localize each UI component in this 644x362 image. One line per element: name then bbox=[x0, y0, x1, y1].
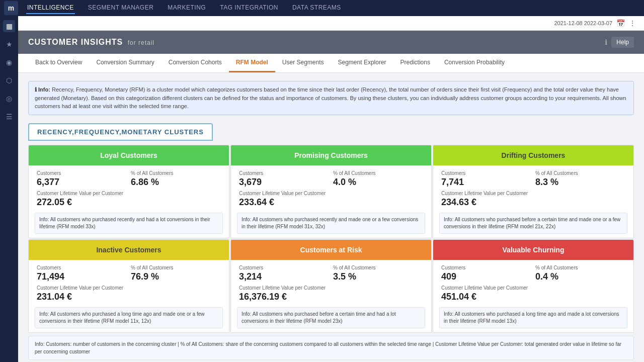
drifting-info: Info: All customers who purchased before… bbox=[439, 213, 627, 234]
top-navigation: m INTELLIGENCE SEGMENT MANAGER MARKETING… bbox=[0, 0, 644, 16]
cluster-section: RECENCY,FREQUENCY,MONETARY CLUSTERS bbox=[28, 123, 634, 141]
loyal-header[interactable]: Loyal Customers bbox=[29, 145, 229, 165]
nav-tag-integration[interactable]: TAG INTEGRATION bbox=[219, 2, 279, 14]
drifting-pct-value: 8.3 % bbox=[535, 177, 625, 188]
main-layout: ▦ ★ ◉ ⬡ ◎ ☰ 2021-12-08 2022-03-07 📅 ⋮ CU… bbox=[0, 16, 644, 362]
churning-pct-stat: % of All Customers 0.4 % bbox=[535, 265, 625, 282]
inactive-header[interactable]: Inactive Customers bbox=[29, 240, 229, 260]
at-risk-customers-value: 3,214 bbox=[239, 272, 329, 282]
promising-ltv: Customer Lifetime Value per Customer 233… bbox=[231, 188, 431, 210]
loyal-ltv-label: Customer Lifetime Value per Customer bbox=[37, 191, 221, 196]
loyal-info: Info: All customers who purchased recent… bbox=[35, 213, 223, 234]
left-sidebar: ▦ ★ ◉ ⬡ ◎ ☰ bbox=[0, 16, 18, 362]
at-risk-pct-stat: % of All Customers 3.5 % bbox=[333, 265, 423, 282]
tab-rfm-model[interactable]: RFM Model bbox=[229, 54, 275, 72]
promising-info: Info: All customers who purchased recent… bbox=[237, 213, 425, 234]
churning-ltv-value: 451.04 € bbox=[441, 292, 625, 302]
analyses-section: RECENCY,FREQUENCY,MONETARY ANALYSES bbox=[28, 360, 634, 363]
footer-info-text: Info: Customers: number of customers in … bbox=[35, 341, 621, 354]
drifting-pct-stat: % of All Customers 8.3 % bbox=[535, 170, 625, 188]
at-risk-customers-stat: Customers 3,214 bbox=[239, 265, 329, 282]
loyal-ltv-value: 272.05 € bbox=[37, 197, 221, 208]
inactive-pct-value: 76.9 % bbox=[131, 272, 221, 282]
tab-predictions[interactable]: Predictions bbox=[393, 54, 437, 72]
tab-back-overview[interactable]: Back to Overview bbox=[28, 54, 89, 72]
top-cards-row: Loyal Customers Customers 6,377 % of All… bbox=[28, 145, 634, 238]
content-area: ℹ Info: Recency, Frequency, Monetary (RF… bbox=[18, 73, 644, 362]
tab-user-segments[interactable]: User Segments bbox=[275, 54, 331, 72]
info-text: Recency, Frequency, Monetary (RFM) is a … bbox=[35, 86, 626, 109]
loyal-customers-stat: Customers 6,377 bbox=[37, 170, 127, 188]
loyal-customers-label: Customers bbox=[37, 170, 127, 176]
churning-header[interactable]: Valuable Churning bbox=[433, 240, 633, 260]
bottom-cards-row: Inactive Customers Customers 71,494 % of… bbox=[28, 239, 634, 333]
drifting-customers-card: Drifting Customers Customers 7,741 % of … bbox=[433, 145, 634, 238]
at-risk-ltv-value: 16,376.19 € bbox=[239, 292, 423, 302]
more-options-icon[interactable]: ⋮ bbox=[629, 19, 636, 27]
page-subtitle: for retail bbox=[125, 38, 154, 46]
nav-data-streams[interactable]: DATA STREAMS bbox=[291, 2, 342, 14]
nav-intelligence[interactable]: INTELLIGENCE bbox=[26, 2, 75, 14]
churning-pct-value: 0.4 % bbox=[535, 272, 625, 282]
drifting-header[interactable]: Drifting Customers bbox=[433, 145, 633, 165]
tab-conversion-probability[interactable]: Conversion Probability bbox=[437, 54, 512, 72]
promising-customers-stat: Customers 3,679 bbox=[239, 170, 329, 188]
cluster-title: RECENCY,FREQUENCY,MONETARY CLUSTERS bbox=[28, 123, 213, 141]
inactive-pct-stat: % of All Customers 76.9 % bbox=[131, 265, 221, 282]
loyal-customers-value: 6,377 bbox=[37, 177, 127, 188]
churning-customers-value: 409 bbox=[441, 272, 531, 282]
at-risk-header[interactable]: Customers at Risk bbox=[231, 240, 431, 260]
inactive-ltv-value: 231.04 € bbox=[37, 292, 221, 302]
drifting-stats: Customers 7,741 % of All Customers 8.3 % bbox=[433, 165, 633, 188]
promising-pct-value: 4.0 % bbox=[333, 177, 423, 188]
help-button[interactable]: Help bbox=[611, 37, 634, 48]
nav-marketing[interactable]: MARKETING bbox=[167, 2, 207, 14]
at-risk-info: Info: All customers who purchased before… bbox=[237, 307, 425, 328]
churning-customers-stat: Customers 409 bbox=[441, 265, 531, 282]
at-risk-ltv: Customer Lifetime Value per Customer 16,… bbox=[231, 282, 431, 304]
date-bar: 2021-12-08 2022-03-07 📅 ⋮ bbox=[18, 16, 644, 31]
at-risk-customers-card: Customers at Risk Customers 3,214 % of A… bbox=[230, 239, 432, 333]
churning-info: Info: All customers who purchased a long… bbox=[439, 307, 627, 328]
main-content: 2021-12-08 2022-03-07 📅 ⋮ CUSTOMER INSIG… bbox=[18, 16, 644, 362]
inactive-customers-card: Inactive Customers Customers 71,494 % of… bbox=[28, 239, 229, 333]
sidebar-menu-icon[interactable]: ☰ bbox=[3, 111, 15, 123]
sidebar-hex-icon[interactable]: ⬡ bbox=[3, 74, 15, 86]
help-icon: ℹ bbox=[605, 38, 607, 46]
rfm-info-box: ℹ Info: Recency, Frequency, Monetary (RF… bbox=[28, 81, 634, 115]
logo[interactable]: m bbox=[4, 1, 18, 15]
churning-customers-card: Valuable Churning Customers 409 % of All… bbox=[433, 239, 634, 333]
promising-customers-value: 3,679 bbox=[239, 177, 329, 188]
loyal-pct-value: 6.86 % bbox=[131, 177, 221, 188]
sidebar-star-icon[interactable]: ★ bbox=[3, 38, 15, 50]
loyal-customers-card: Loyal Customers Customers 6,377 % of All… bbox=[28, 145, 229, 238]
sidebar-circle-icon[interactable]: ◉ bbox=[3, 56, 15, 68]
page-title-block: CUSTOMER INSIGHTS for retail bbox=[28, 38, 154, 47]
loyal-ltv: Customer Lifetime Value per Customer 272… bbox=[29, 188, 229, 210]
sidebar-target-icon[interactable]: ◎ bbox=[3, 93, 15, 105]
page-title: CUSTOMER INSIGHTS bbox=[28, 38, 123, 46]
promising-customers-card: Promising Customers Customers 3,679 % of… bbox=[230, 145, 432, 238]
nav-segment-manager[interactable]: SEGMENT MANAGER bbox=[87, 2, 155, 14]
tab-conversion-cohorts[interactable]: Conversion Cohorts bbox=[162, 54, 229, 72]
inactive-stats: Customers 71,494 % of All Customers 76.9… bbox=[29, 260, 229, 282]
sidebar-grid-icon[interactable]: ▦ bbox=[3, 20, 15, 32]
tab-segment-explorer[interactable]: Segment Explorer bbox=[331, 54, 393, 72]
drifting-customers-value: 7,741 bbox=[441, 177, 531, 188]
date-range: 2021-12-08 2022-03-07 bbox=[554, 20, 612, 26]
inactive-customers-value: 71,494 bbox=[37, 272, 127, 282]
drifting-customers-stat: Customers 7,741 bbox=[441, 170, 531, 188]
tab-conversion-summary[interactable]: Conversion Summary bbox=[89, 54, 161, 72]
promising-header[interactable]: Promising Customers bbox=[231, 145, 431, 165]
promising-stats: Customers 3,679 % of All Customers 4.0 % bbox=[231, 165, 431, 188]
calendar-icon[interactable]: 📅 bbox=[616, 19, 625, 27]
inactive-customers-stat: Customers 71,494 bbox=[37, 265, 127, 282]
loyal-pct-label: % of All Customers bbox=[131, 170, 221, 176]
at-risk-pct-value: 3.5 % bbox=[333, 272, 423, 282]
churning-stats: Customers 409 % of All Customers 0.4 % bbox=[433, 260, 633, 282]
promising-ltv-value: 233.64 € bbox=[239, 197, 423, 208]
nav-items: INTELLIGENCE SEGMENT MANAGER MARKETING T… bbox=[26, 2, 342, 14]
drifting-ltv: Customer Lifetime Value per Customer 234… bbox=[433, 188, 633, 210]
info-prefix: ℹ Info: bbox=[35, 86, 52, 93]
footer-info-box: Info: Customers: number of customers in … bbox=[28, 336, 634, 360]
